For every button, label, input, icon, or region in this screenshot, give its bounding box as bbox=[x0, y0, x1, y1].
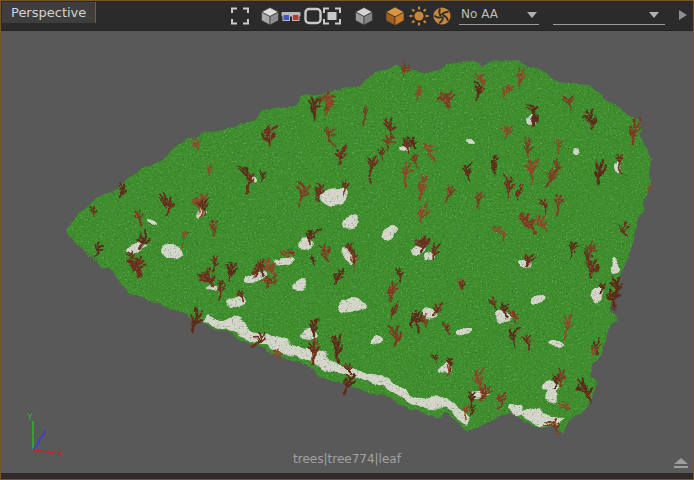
eject-icon bbox=[674, 458, 688, 464]
expand-fullscreen-icon[interactable] bbox=[229, 5, 251, 27]
stereo-3d-glasses-icon[interactable] bbox=[280, 5, 302, 27]
antialias-value: No AA bbox=[461, 7, 498, 21]
geometry-cube-icon[interactable] bbox=[384, 5, 406, 27]
bottom-edge-bar bbox=[1, 473, 693, 479]
chevron-down-icon bbox=[527, 12, 537, 18]
toolbar-overflow-arrow-icon[interactable] bbox=[679, 10, 687, 20]
tab-perspective[interactable]: Perspective bbox=[2, 2, 96, 23]
wireframe-cube-icon[interactable] bbox=[353, 5, 375, 27]
viewport-pane: Perspective bbox=[0, 0, 694, 480]
viewport-toolbar: Perspective bbox=[1, 1, 693, 31]
camera-dropdown[interactable] bbox=[553, 6, 665, 25]
panel-expand-handle[interactable] bbox=[673, 458, 689, 468]
headlight-sun-icon[interactable] bbox=[408, 5, 430, 27]
shaded-cube-icon[interactable] bbox=[259, 5, 281, 27]
viewport-3d[interactable] bbox=[1, 30, 693, 473]
aperture-icon[interactable] bbox=[431, 5, 453, 27]
frame-region-icon[interactable] bbox=[321, 5, 343, 27]
chevron-down-icon bbox=[649, 12, 659, 18]
antialias-dropdown[interactable]: No AA bbox=[459, 6, 539, 25]
